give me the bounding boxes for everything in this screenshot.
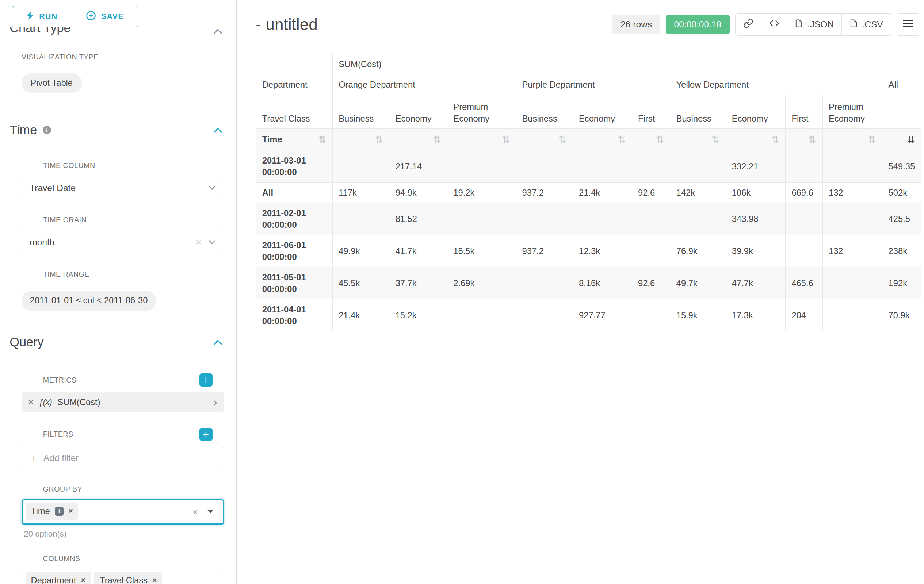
value-cell: 204	[785, 299, 822, 331]
chevron-down-icon	[209, 240, 216, 244]
pivot-data-row: 2011-06-01 00:00:0049.9k41.7k16.5k937.21…	[256, 235, 921, 267]
add-filter-button[interactable]: + Add filter	[21, 447, 224, 469]
add-filter-plus-button[interactable]: +	[200, 428, 213, 441]
query-timer-badge: 00:00:00.18	[666, 15, 730, 34]
sort-header-cell[interactable]: ⇅	[822, 129, 882, 150]
sort-icon[interactable]: ⇅	[808, 135, 816, 144]
value-cell: 12.3k	[573, 235, 632, 267]
sort-icon[interactable]: ⇅	[656, 135, 664, 144]
clear-icon[interactable]: ×	[196, 237, 201, 248]
value-cell: 937.2	[516, 183, 573, 203]
view-query-button[interactable]	[761, 13, 787, 36]
query-section-header: Query	[10, 335, 227, 358]
remove-tag-icon[interactable]: ×	[152, 577, 157, 584]
value-cell: 17.3k	[726, 299, 785, 331]
sort-header-cell[interactable]: ⇅	[332, 129, 389, 150]
value-cell	[670, 150, 726, 183]
export-json-button[interactable]: .JSON	[787, 13, 842, 36]
clear-icon[interactable]: ×	[193, 506, 198, 518]
more-options-button[interactable]	[897, 13, 920, 36]
time-range-pill[interactable]: 2011-01-01 ≤ col < 2011-06-30	[21, 291, 156, 311]
travel-class-header-cell: Economy	[726, 95, 785, 129]
sort-header-cell[interactable]: ⇅	[516, 129, 573, 150]
columns-tag-label: Department	[31, 576, 76, 584]
sort-icon[interactable]: ⇅	[711, 135, 719, 144]
department-header-cell: Purple Department	[516, 74, 670, 95]
value-cell: 70.9k	[882, 299, 921, 331]
export-csv-button[interactable]: .CSV	[842, 13, 891, 36]
remove-metric-icon[interactable]: ×	[28, 397, 33, 407]
sort-icon[interactable]: ⇅	[318, 135, 327, 144]
value-cell: 117k	[332, 183, 389, 203]
pivot-data-row: All117k94.9k19.2k937.221.4k92.6142k106k6…	[256, 183, 921, 203]
value-cell: 142k	[670, 183, 726, 203]
value-cell	[447, 203, 516, 235]
time-column-label: TIME COLUMN	[43, 161, 213, 170]
export-json-label: .JSON	[807, 19, 834, 30]
collapse-chevron-up-icon[interactable]	[214, 127, 222, 133]
travel-class-axis-label: Travel Class	[256, 95, 332, 129]
row-count-badge: 26 rows	[612, 15, 660, 34]
save-button[interactable]: SAVE	[72, 6, 139, 27]
sort-icon[interactable]: ⇅	[558, 135, 566, 144]
sort-header-cell[interactable]: ⇅	[785, 129, 822, 150]
group-by-tag[interactable]: Time i ×	[26, 503, 78, 520]
value-cell: 927.77	[573, 299, 632, 331]
control-panel-sidebar: RUN SAVE Chart Type	[0, 0, 237, 584]
pivot-data-row: 2011-05-01 00:00:0045.5k37.7k2.69k8.16k9…	[256, 267, 921, 299]
time-column-value: Travel Date	[30, 183, 76, 193]
pivot-data-row: 2011-02-01 00:00:0081.52343.98425.5	[256, 203, 921, 235]
sort-icon[interactable]: ⇅	[375, 135, 383, 144]
value-cell	[632, 235, 670, 267]
sort-header-cell[interactable]: ⇊	[882, 129, 921, 150]
sort-icon[interactable]: ⇅	[433, 135, 441, 144]
chart-actions: 26 rows 00:00:00.18	[612, 13, 920, 36]
row-label-cell: 2011-06-01 00:00:00	[256, 235, 332, 267]
columns-tag[interactable]: Department ×	[26, 572, 91, 584]
value-cell	[632, 299, 670, 331]
group-by-select[interactable]: Time i × ×	[21, 499, 224, 525]
metrics-label: METRICS	[43, 376, 77, 384]
share-link-button[interactable]	[735, 13, 761, 36]
travel-class-header-cell: Economy	[573, 95, 632, 129]
sort-icon[interactable]: ⇅	[868, 135, 876, 144]
sort-icon[interactable]: ⇅	[617, 135, 625, 144]
chart-title[interactable]: - untitled	[256, 15, 317, 34]
remove-tag-icon[interactable]: ×	[68, 507, 73, 515]
time-axis-label[interactable]: Time⇅	[256, 129, 332, 150]
sort-header-cell[interactable]: ⇅	[726, 129, 785, 150]
value-cell: 132	[822, 235, 882, 267]
pivot-corner-cell	[256, 54, 332, 74]
run-button[interactable]: RUN	[12, 6, 72, 27]
columns-tag[interactable]: Travel Class ×	[94, 572, 162, 584]
remove-tag-icon[interactable]: ×	[81, 577, 85, 584]
lightning-icon	[26, 12, 34, 23]
value-cell: 16.5k	[447, 235, 516, 267]
time-grain-select[interactable]: month ×	[21, 230, 224, 254]
query-section-heading: Query	[10, 335, 44, 349]
value-cell: 343.98	[726, 203, 785, 235]
sort-icon[interactable]: ⇅	[502, 135, 510, 144]
columns-select[interactable]: Department × Travel Class × ×	[21, 569, 224, 584]
value-cell: 21.4k	[573, 183, 632, 203]
sort-header-cell[interactable]: ⇅	[447, 129, 516, 150]
value-cell: 49.9k	[332, 235, 389, 267]
add-metric-button[interactable]: +	[200, 373, 213, 387]
sort-icon-active[interactable]: ⇊	[907, 135, 915, 144]
time-range-label: TIME RANGE	[43, 270, 213, 278]
chart-header: - untitled 26 rows 00:00:00.18	[256, 13, 920, 36]
sort-header-cell[interactable]: ⇅	[632, 129, 670, 150]
sort-header-cell[interactable]: ⇅	[573, 129, 632, 150]
sort-header-cell[interactable]: ⇅	[670, 129, 726, 150]
file-icon	[850, 19, 858, 30]
caret-down-icon[interactable]	[207, 510, 214, 513]
sort-icon[interactable]: ⇅	[771, 135, 779, 144]
metric-option-pill[interactable]: × ƒ(x) SUM(Cost) ›	[21, 392, 224, 412]
all-columns-header-cell: All	[882, 74, 921, 95]
info-icon	[42, 125, 51, 135]
time-label: Time	[262, 133, 282, 145]
collapse-chevron-up-icon[interactable]	[214, 339, 222, 345]
sort-header-cell[interactable]: ⇅	[389, 129, 447, 150]
visualization-type-pill[interactable]: Pivot Table	[21, 73, 82, 93]
time-column-select[interactable]: Travel Date	[21, 176, 224, 200]
